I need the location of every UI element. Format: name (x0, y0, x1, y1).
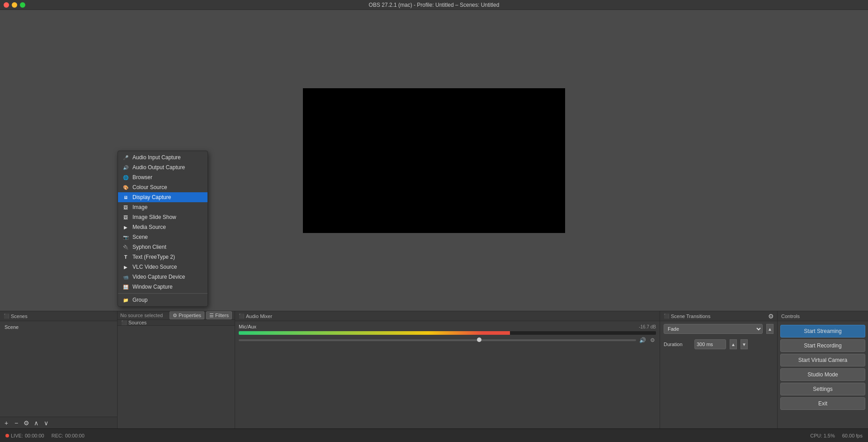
duration-input[interactable] (694, 339, 726, 349)
scenes-label: Scenes (11, 314, 28, 319)
transitions-settings-button[interactable]: ⚙ (766, 312, 775, 320)
properties-button[interactable]: ⚙ Properties (170, 311, 204, 319)
studio-mode-button[interactable]: Studio Mode (780, 368, 865, 381)
menu-syphon-client[interactable]: 🔌 Syphon Client (118, 242, 208, 252)
browser-icon: 🌐 (123, 174, 129, 181)
audio-mute-button[interactable]: 🔊 (639, 337, 646, 344)
audio-mixer-header: ⬛ Audio Mixer (235, 311, 660, 321)
transitions-tab[interactable]: ⬛ Scene Transitions (660, 311, 714, 321)
audio-mixer-tab[interactable]: ⬛ Audio Mixer (235, 311, 276, 321)
cpu-label: CPU: 1.5% (810, 433, 835, 438)
filters-button[interactable]: ☰ Filters (206, 311, 232, 319)
audio-level-db: -16.7 dB (633, 324, 656, 329)
menu-image-label: Image (132, 204, 147, 210)
duration-spinner-down[interactable]: ▼ (741, 339, 748, 349)
menu-video-capture-device[interactable]: 📹 Video Capture Device (118, 272, 208, 282)
menu-display-capture[interactable]: 🖥 Display Capture (118, 192, 208, 202)
sources-icon: ⬛ (121, 320, 127, 325)
audio-channel-mic: Mic/Aux -16.7 dB 🔊 ⚙ (235, 321, 660, 347)
scenes-list: Scene (0, 321, 117, 417)
live-status: LIVE: 00:00:00 (5, 433, 44, 438)
menu-scene[interactable]: 📷 Scene (118, 232, 208, 242)
duration-spinner-up[interactable]: ▲ (730, 339, 737, 349)
colour-source-icon: 🎨 (123, 184, 129, 190)
audio-meter (239, 331, 656, 335)
scenes-tab[interactable]: ⬛ Scenes (0, 311, 31, 321)
transitions-spinner-up[interactable]: ▲ (766, 324, 774, 334)
audio-channel-name: Mic/Aux (239, 324, 256, 329)
transition-type-select[interactable]: Fade (664, 324, 763, 334)
duration-label: Duration (664, 342, 691, 347)
cpu-status: CPU: 1.5% (810, 433, 835, 438)
rec-status: REC: 00:00:00 (52, 433, 85, 438)
controls-tab[interactable]: Controls (778, 311, 803, 321)
sources-content: Press the + button below, here to add on… (118, 326, 235, 442)
menu-audio-input-capture[interactable]: 🎤 Audio Input Capture (118, 152, 208, 162)
vlc-icon: ▶ (123, 264, 129, 270)
transitions-icon: ⬛ (664, 314, 669, 318)
audio-meter-container (239, 331, 656, 335)
scene-item[interactable]: Scene (2, 323, 115, 331)
menu-colour-source-label: Colour Source (132, 184, 167, 190)
no-source-label: No source selected (120, 313, 163, 318)
window-title: OBS 27.2.1 (mac) - Profile: Untitled – S… (369, 2, 500, 8)
scene-up-button[interactable]: ∧ (32, 419, 41, 427)
audio-settings-button[interactable]: ⚙ (649, 337, 656, 344)
audio-input-icon: 🎤 (123, 154, 129, 161)
scene-down-button[interactable]: ∨ (42, 419, 51, 427)
menu-browser-label: Browser (132, 174, 152, 181)
menu-browser[interactable]: 🌐 Browser (118, 172, 208, 182)
group-icon: 📁 (123, 297, 129, 303)
minimize-button[interactable] (12, 2, 17, 8)
audio-output-icon: 🔊 (123, 164, 129, 171)
add-scene-button[interactable]: + (2, 419, 11, 427)
settings-button[interactable]: Settings (780, 383, 865, 395)
start-streaming-button[interactable]: Start Streaming (780, 325, 865, 337)
properties-icon: ⚙ (173, 313, 177, 318)
live-indicator (5, 434, 9, 437)
image-icon: 🖼 (123, 204, 129, 210)
start-recording-button[interactable]: Start Recording (780, 339, 865, 352)
text-icon: T (123, 254, 129, 260)
context-menu: 🎤 Audio Input Capture 🔊 Audio Output Cap… (118, 151, 208, 307)
exit-button[interactable]: Exit (780, 397, 865, 410)
menu-vlc-video-source[interactable]: ▶ VLC Video Source (118, 262, 208, 272)
audio-volume-handle[interactable] (477, 337, 481, 342)
close-button[interactable] (4, 2, 9, 8)
controls-panel: Controls Start Streaming Start Recording… (778, 311, 868, 428)
audio-volume-slider[interactable] (239, 339, 636, 341)
preview-canvas (303, 88, 565, 233)
source-topbar: No source selected ⚙ Properties ☰ Filter… (118, 311, 235, 320)
menu-text-freetype2[interactable]: T Text (FreeType 2) (118, 252, 208, 262)
sources-tab[interactable]: ⬛ Sources (118, 320, 150, 325)
sources-header: ⬛ Sources (118, 320, 235, 326)
main-area: ⬛ Scenes Scene + − ⚙ ∧ ∨ No source selec… (0, 10, 868, 428)
start-virtual-camera-button[interactable]: Start Virtual Camera (780, 354, 865, 366)
remove-scene-button[interactable]: − (12, 419, 21, 427)
menu-window-capture[interactable]: 🪟 Window Capture (118, 282, 208, 292)
scene-icon: 📷 (123, 234, 129, 240)
menu-image-slide-show[interactable]: 🖼 Image Slide Show (118, 212, 208, 222)
scenes-toolbar: + − ⚙ ∧ ∨ (0, 417, 117, 428)
menu-audio-output-capture[interactable]: 🔊 Audio Output Capture (118, 162, 208, 172)
menu-colour-source[interactable]: 🎨 Colour Source (118, 182, 208, 192)
image-slide-show-icon: 🖼 (123, 214, 129, 220)
transitions-panel: ⬛ Scene Transitions ⚙ Fade ▲ Duration ▲ … (660, 311, 778, 428)
menu-group[interactable]: 📁 Group (118, 295, 208, 305)
video-capture-icon: 📹 (123, 274, 129, 280)
maximize-button[interactable] (20, 2, 25, 8)
audio-meter-fill (239, 331, 510, 335)
menu-separator (118, 293, 208, 294)
menu-media-source[interactable]: ▶ Media Source (118, 222, 208, 232)
scenes-header: ⬛ Scenes (0, 311, 117, 321)
menu-image[interactable]: 🖼 Image (118, 202, 208, 212)
menu-video-capture-label: Video Capture Device (132, 274, 185, 280)
menu-group-label: Group (132, 297, 147, 303)
menu-image-slide-show-label: Image Slide Show (132, 214, 176, 220)
fps-status: 60.00 fps (842, 433, 863, 438)
scene-settings-button[interactable]: ⚙ (22, 419, 31, 427)
scenes-icon: ⬛ (4, 314, 9, 318)
menu-media-source-label: Media Source (132, 224, 166, 230)
filters-icon: ☰ (209, 313, 214, 318)
menu-audio-output-label: Audio Output Capture (132, 164, 185, 171)
